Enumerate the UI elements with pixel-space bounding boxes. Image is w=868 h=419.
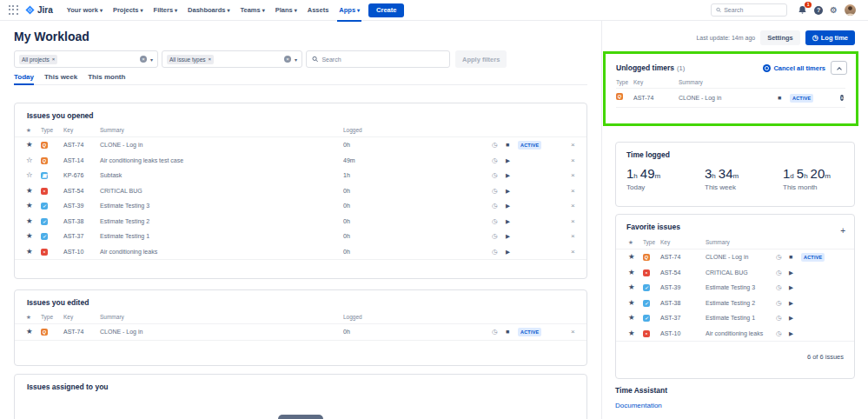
issue-summary[interactable]: Estimate Testing 1: [706, 310, 755, 326]
star-icon[interactable]: ★: [26, 183, 33, 199]
star-icon[interactable]: ★: [26, 229, 33, 244]
star-icon[interactable]: ★: [26, 198, 33, 214]
nav-item[interactable]: Apps: [334, 0, 365, 21]
close-icon[interactable]: [571, 214, 575, 229]
log-time-icon[interactable]: [776, 249, 782, 265]
issue-key[interactable]: AST-10: [63, 244, 83, 260]
issue-summary[interactable]: CLONE - Log in: [100, 324, 142, 340]
settings-button[interactable]: Settings: [760, 30, 800, 45]
nav-item[interactable]: Projects: [108, 0, 149, 21]
issue-summary[interactable]: Air conditioning leaks test case: [100, 153, 183, 169]
nav-item[interactable]: Dashboards: [182, 0, 235, 21]
star-icon[interactable]: ★: [26, 214, 33, 229]
start-timer-icon[interactable]: [506, 214, 510, 229]
issue-summary[interactable]: Air conditioning leaks: [100, 244, 157, 260]
log-time-icon[interactable]: [492, 183, 498, 199]
star-icon[interactable]: ★: [26, 137, 33, 153]
projects-filter-dropdown[interactable]: All projects: [14, 50, 158, 68]
log-time-icon[interactable]: [776, 326, 782, 342]
issue-key[interactable]: AST-38: [63, 214, 83, 229]
nav-item[interactable]: Teams: [235, 0, 269, 21]
log-time-icon[interactable]: [776, 280, 782, 296]
start-timer-icon[interactable]: [506, 198, 510, 214]
start-timer-icon[interactable]: [506, 153, 510, 169]
close-icon[interactable]: [571, 183, 575, 199]
issue-key[interactable]: AST-54: [660, 265, 680, 281]
issue-key[interactable]: AST-37: [660, 310, 680, 326]
close-icon[interactable]: [571, 198, 575, 214]
stop-timer-icon[interactable]: [789, 249, 792, 265]
start-timer-icon[interactable]: [506, 168, 510, 183]
issue-summary[interactable]: CRITICAL BUG: [100, 183, 142, 199]
start-timer-icon[interactable]: [506, 244, 510, 260]
log-time-icon[interactable]: [492, 214, 498, 229]
issue-summary[interactable]: Estimate Testing 1: [100, 229, 149, 244]
remove-tag-icon[interactable]: [52, 57, 56, 62]
star-icon[interactable]: ★: [26, 324, 33, 340]
issue-key[interactable]: AST-37: [63, 229, 83, 244]
close-icon[interactable]: [571, 324, 575, 340]
issue-summary[interactable]: Estimate Testing 2: [100, 214, 149, 229]
issue-summary[interactable]: Estimate Testing 2: [706, 296, 755, 311]
stop-timer-icon[interactable]: [506, 324, 509, 340]
app-switcher-icon[interactable]: [9, 5, 18, 15]
issue-key[interactable]: AST-14: [63, 153, 83, 169]
issue-key[interactable]: AST-10: [660, 326, 680, 342]
star-icon[interactable]: ☆: [26, 168, 33, 183]
log-time-icon[interactable]: [492, 168, 498, 183]
log-time-button[interactable]: Log time: [805, 30, 855, 45]
start-timer-icon[interactable]: [789, 296, 793, 311]
tab[interactable]: This month: [88, 73, 125, 84]
star-icon[interactable]: ☆: [26, 153, 33, 169]
start-timer-icon[interactable]: [506, 229, 510, 244]
log-time-icon[interactable]: [492, 244, 498, 260]
star-icon[interactable]: ★: [628, 296, 635, 311]
collapse-button[interactable]: [831, 61, 847, 75]
issue-key[interactable]: AST-39: [63, 198, 83, 214]
star-icon[interactable]: ★: [628, 326, 635, 342]
issue-search[interactable]: [306, 50, 450, 68]
log-time-icon[interactable]: [776, 265, 782, 281]
issue-search-input[interactable]: [321, 57, 444, 63]
nav-item[interactable]: Assets: [302, 0, 335, 21]
issue-key[interactable]: AST-39: [660, 280, 680, 296]
clear-filter-icon[interactable]: [284, 56, 291, 63]
close-icon[interactable]: [571, 229, 575, 244]
issue-summary[interactable]: Estimate Testing 3: [100, 198, 149, 214]
log-time-icon[interactable]: [492, 324, 498, 340]
start-timer-icon[interactable]: [789, 326, 793, 342]
notifications-button[interactable]: 1: [798, 5, 807, 15]
clear-filter-icon[interactable]: [140, 56, 147, 63]
log-time-icon[interactable]: [776, 296, 782, 311]
start-timer-icon[interactable]: [506, 183, 510, 199]
start-timer-icon[interactable]: [789, 265, 793, 281]
help-button[interactable]: [814, 6, 823, 15]
issue-types-filter-dropdown[interactable]: All issue types: [162, 50, 302, 68]
issue-summary[interactable]: Estimate Testing 3: [706, 280, 755, 296]
close-icon[interactable]: [571, 168, 575, 183]
log-time-icon[interactable]: [492, 153, 498, 169]
stop-timer-icon[interactable]: [506, 137, 509, 153]
issue-summary[interactable]: CRITICAL BUG: [706, 265, 748, 281]
log-time-icon[interactable]: [492, 229, 498, 244]
tab[interactable]: This week: [44, 73, 77, 84]
cancel-all-timers-button[interactable]: Cancel all timers: [763, 64, 825, 72]
add-favorite-icon[interactable]: [840, 226, 845, 236]
star-icon[interactable]: ★: [628, 310, 635, 326]
nav-item[interactable]: Plans: [270, 0, 302, 21]
star-icon[interactable]: ★: [628, 280, 635, 296]
jira-logo[interactable]: Jira: [25, 5, 53, 15]
log-time-icon[interactable]: [492, 198, 498, 214]
issue-key[interactable]: AST-74: [63, 324, 83, 340]
issue-key[interactable]: AST-38: [660, 296, 680, 311]
issue-key[interactable]: AST-74: [660, 249, 680, 265]
issue-key[interactable]: AST-74: [633, 90, 653, 107]
star-icon[interactable]: ★: [628, 249, 635, 265]
stop-timer-icon[interactable]: [778, 90, 781, 107]
nav-item[interactable]: Your work: [62, 0, 108, 21]
star-icon[interactable]: ★: [26, 244, 33, 260]
issue-key[interactable]: AST-54: [63, 183, 83, 199]
apply-filters-button[interactable]: Apply filters: [455, 50, 507, 68]
start-timer-icon[interactable]: [789, 310, 793, 326]
close-icon[interactable]: [571, 153, 575, 169]
